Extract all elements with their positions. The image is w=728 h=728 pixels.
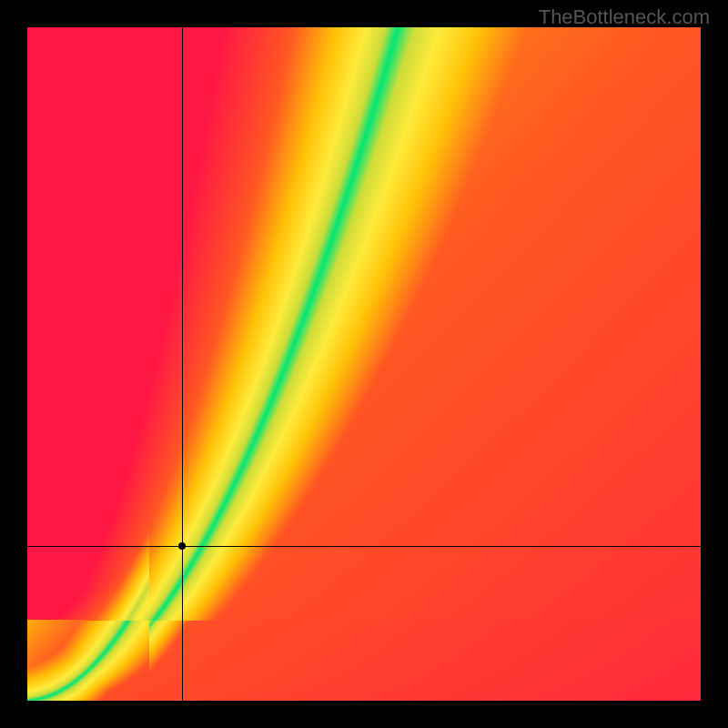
selected-point-marker (178, 542, 186, 550)
watermark-text: TheBottleneck.com (539, 5, 710, 29)
crosshair-horizontal (27, 546, 701, 547)
crosshair-vertical (182, 27, 183, 701)
heatmap-plot (27, 27, 701, 701)
heatmap-canvas (27, 27, 701, 701)
